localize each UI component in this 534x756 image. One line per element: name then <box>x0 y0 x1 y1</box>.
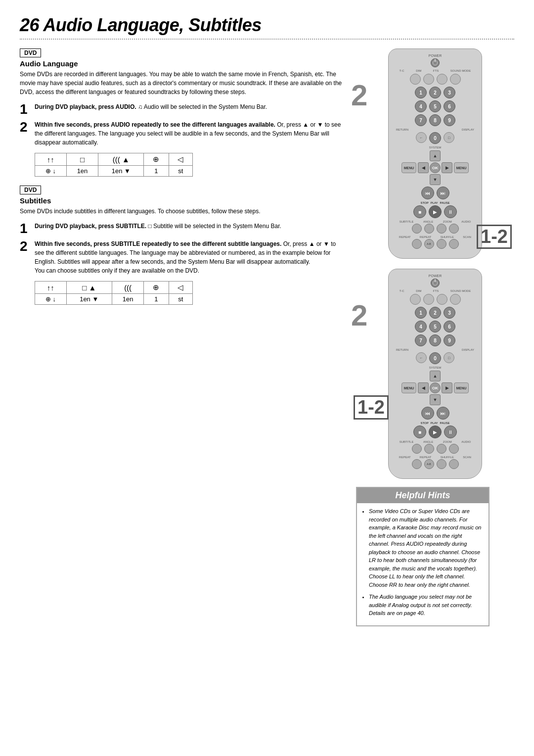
return-btn-top[interactable]: ← <box>416 132 427 143</box>
tc-btn-b[interactable] <box>410 294 421 305</box>
ff-btn-top[interactable]: ⏭ <box>437 187 449 199</box>
audio-btn-b[interactable] <box>449 444 459 454</box>
num-1-b[interactable]: 1 <box>415 307 427 319</box>
nav-up-top[interactable]: ▲ <box>430 150 441 161</box>
audio-btn-top[interactable] <box>449 224 459 234</box>
num-row-1-bottom: 1 2 3 <box>394 307 477 319</box>
num-0-top[interactable]: 0 <box>429 132 441 144</box>
display-btn-top[interactable]: □ <box>444 132 454 143</box>
shuffle-label-top: SHUFFLE <box>441 236 454 238</box>
scan-label-top: SCAN <box>463 236 471 238</box>
nav-left-bottom[interactable]: ◀ <box>418 382 429 393</box>
scan-btn-b[interactable] <box>449 459 459 469</box>
num-7-top[interactable]: 7 <box>415 114 427 126</box>
num-6-b[interactable]: 6 <box>444 321 455 332</box>
return-btn-bottom[interactable]: ← <box>416 352 427 363</box>
num-7-b[interactable]: 7 <box>415 334 427 346</box>
num-8-top[interactable]: 8 <box>429 114 441 126</box>
helpful-hint-1: Some Video CDs or Super Video CDs are re… <box>369 507 484 589</box>
display-label-top: DISPLAY <box>462 128 474 131</box>
subtitles-section: DVD Subtitles Some DVDs include subtitle… <box>20 186 346 305</box>
num-4-b[interactable]: 4 <box>415 321 427 332</box>
num-3-b[interactable]: 3 <box>444 307 455 319</box>
dim-btn-b[interactable] <box>423 294 434 305</box>
audio-language-section: DVD Audio Language Some DVDs are recorde… <box>20 48 346 177</box>
pause-btn-bottom[interactable]: ⏸ <box>444 425 457 438</box>
repeat1-btn-top[interactable] <box>412 239 422 249</box>
power-button-bottom[interactable] <box>431 279 440 287</box>
num-3-top[interactable]: 3 <box>444 87 455 98</box>
display-btn-bottom[interactable]: □ <box>444 352 454 363</box>
sound-btn[interactable] <box>450 74 461 85</box>
shuffle-btn-top[interactable] <box>437 239 446 249</box>
audio-table-cell-12: □ <box>66 153 98 166</box>
num-6-top[interactable]: 6 <box>444 100 455 112</box>
dim-btn[interactable] <box>423 74 434 85</box>
sys-menu-btn-top[interactable]: MENU <box>454 162 469 173</box>
nav-ok-top[interactable]: OK <box>430 162 441 173</box>
num-4-top[interactable]: 4 <box>415 100 427 112</box>
subtitle-step-2-text: Within five seconds, press SUBTITLE repe… <box>35 239 346 275</box>
sys-menu-btn-bottom[interactable]: MENU <box>454 382 469 393</box>
num-1-top[interactable]: 1 <box>415 87 427 98</box>
subtitle-btn-top[interactable] <box>412 224 422 234</box>
nav-up-bottom[interactable]: ▲ <box>430 371 441 381</box>
nav-right-top[interactable]: ▶ <box>442 162 452 173</box>
zoom-btn-b[interactable] <box>437 444 446 454</box>
rew-btn-top[interactable]: ⏮ <box>421 187 434 199</box>
zoom-btn-top[interactable] <box>437 224 446 234</box>
ab-btn-top[interactable]: A-B <box>424 239 434 249</box>
subtitles-steps: 1 During DVD playback, press SUBTITLE. □… <box>20 222 346 275</box>
angle-btn-top[interactable] <box>424 224 434 234</box>
scan-label-b: SCAN <box>463 456 471 459</box>
subtitle-btn-b[interactable] <box>412 444 422 454</box>
system-label-top: SYSTEM <box>394 146 477 149</box>
nav-down-top[interactable]: ▼ <box>430 174 441 185</box>
audio-table-cell-24: 1 <box>144 166 169 177</box>
play-btn-top[interactable]: ▶ <box>429 205 442 218</box>
label-sound-b: SOUND MODE <box>450 289 471 292</box>
play-btn-bottom[interactable]: ▶ <box>429 425 442 438</box>
num-2-b[interactable]: 2 <box>429 307 441 319</box>
power-button-top[interactable] <box>431 58 440 67</box>
subtitle-table-row-2: ⊕ ↓ 1en ▼ 1en 1 st <box>35 294 193 305</box>
num-9-b[interactable]: 9 <box>444 334 455 346</box>
num-2-top[interactable]: 2 <box>429 87 441 98</box>
angle-btn-b[interactable] <box>424 444 434 454</box>
ab-btn-b[interactable]: A-B <box>424 459 434 469</box>
subtitle-table-cell-25: st <box>169 294 192 305</box>
ff-btn-bottom[interactable]: ⏭ <box>437 407 449 420</box>
nav-left-top[interactable]: ◀ <box>418 162 429 173</box>
num-5-b[interactable]: 5 <box>429 321 441 332</box>
nav-ok-bottom[interactable]: OK <box>430 382 441 393</box>
subtitle-step-2-extra: You can choose subtitles only if they ar… <box>35 267 199 274</box>
num-0-b[interactable]: 0 <box>429 352 441 364</box>
tc-btn[interactable] <box>410 74 421 85</box>
num-5-top[interactable]: 5 <box>429 100 441 112</box>
menu-btn-top[interactable]: MENU <box>401 162 416 173</box>
return-display-label-top: RETURN DISPLAY <box>396 128 474 131</box>
num-9-top[interactable]: 9 <box>444 114 455 126</box>
stop-btn-bottom[interactable]: ■ <box>413 425 426 438</box>
fts-btn[interactable] <box>437 74 447 85</box>
subtitle-step-1-rest: Subtitle will be selected in the System … <box>153 223 281 230</box>
num-8-b[interactable]: 8 <box>429 334 441 346</box>
audio-menu-bar-table: ↑↑ □ ((( ▲ ⊕ ◁ ⊕ ↓ 1en 1en ▼ 1 st <box>35 153 193 177</box>
fts-btn-b[interactable] <box>437 294 447 305</box>
nav-right-bottom[interactable]: ▶ <box>442 382 452 393</box>
stop-label-b: STOP <box>420 422 428 425</box>
repeat1-label-top: REPEAT <box>399 236 411 238</box>
shuffle-btn-b[interactable] <box>437 459 446 469</box>
stop-btn-top[interactable]: ■ <box>413 205 426 218</box>
return-display-label-bottom: RETURN DISPLAY <box>396 348 474 351</box>
scan-btn-top[interactable] <box>449 239 459 249</box>
remote-bottom-container: 2 1-2 POWER T-C DIM FTS SOUND MODE <box>356 269 514 479</box>
subtitles-title: Subtitles <box>20 196 346 205</box>
nav-down-bottom[interactable]: ▼ <box>430 394 441 405</box>
repeat1-btn-b[interactable] <box>412 459 422 469</box>
menu-btn-bottom[interactable]: MENU <box>401 382 416 393</box>
pause-btn-top[interactable]: ⏸ <box>444 205 457 218</box>
sound-btn-b[interactable] <box>450 294 461 305</box>
num-row-2-bottom: 4 5 6 <box>394 321 477 332</box>
rew-btn-bottom[interactable]: ⏮ <box>421 407 434 420</box>
